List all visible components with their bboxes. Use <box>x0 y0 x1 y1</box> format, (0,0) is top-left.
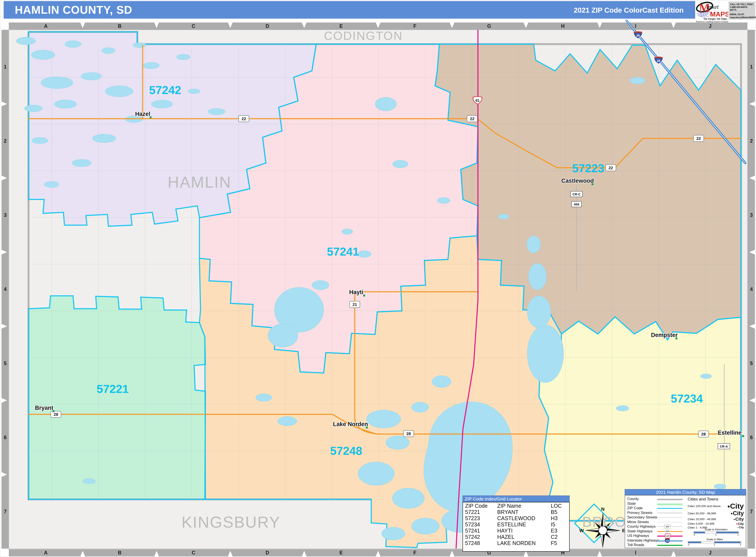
legend-item-sthwy: State Highways123 <box>625 529 685 534</box>
zip-index-title: ZIP Code Index/Grid Locator <box>463 496 570 502</box>
legend-line-sample <box>657 517 682 518</box>
scale-title: Scale in Miles <box>688 538 742 541</box>
legend-item-toll: Toll Roads <box>625 543 685 547</box>
scale-tick: 2 <box>737 533 739 536</box>
ruler-notch <box>671 551 676 556</box>
table-cell: H3 <box>551 515 569 522</box>
legend-item-label: Secondary Streets <box>627 515 657 520</box>
legend-item-minor: Minor Streets <box>625 520 685 524</box>
county-label-CODINGTON: CODINGTON <box>324 29 403 42</box>
county-label-HAMLIN: HAMLIN <box>168 173 231 191</box>
ruler-notch <box>302 23 307 28</box>
scale-cell <box>716 532 738 533</box>
city-dot-icon <box>728 506 730 507</box>
legend-line-sample <box>657 503 682 505</box>
ruler-notch <box>450 551 454 556</box>
zip-index-body: ZIP CodeZIP NameLOC57221BRYANTB557223CAS… <box>463 502 570 552</box>
town-dot-icon <box>742 435 744 437</box>
table-cell: 57234 <box>463 522 497 528</box>
grid-ruler-right: 1234567 <box>748 30 755 549</box>
lake <box>65 41 81 48</box>
table-cell: CASTLEWOOD <box>497 515 551 522</box>
ruler-notch <box>749 472 755 477</box>
table-row: 57242HAZELC2 <box>463 534 569 540</box>
lake <box>392 488 425 508</box>
road-badge-459: 459 <box>572 201 581 207</box>
town-dot-icon <box>363 295 365 296</box>
town-dot-icon <box>53 410 54 412</box>
city-dot-icon <box>734 519 735 520</box>
zip-index-col-ZIP Name: ZIP Name <box>497 503 551 509</box>
grid-ruler-bottom: ABCDEFGHIJ <box>9 549 748 556</box>
lake <box>498 214 509 219</box>
zip-index-header-row: ZIP CodeZIP NameLOC <box>463 503 569 509</box>
grid-label-F: F <box>413 550 416 556</box>
grid-label-2: 2 <box>4 138 7 144</box>
grid-label-E: E <box>340 550 343 556</box>
scale-ticks: 012 <box>694 533 739 536</box>
legend-item-label: County Highways <box>627 524 656 529</box>
svg-text:81: 81 <box>475 98 479 102</box>
contact-box: CALL US TOLL FREE! 1-888-434-MAPS (6277)… <box>729 1 755 20</box>
svg-text:21: 21 <box>352 302 357 307</box>
contact-line4: mapsales@MarketMAPS.com <box>730 16 754 19</box>
lake <box>432 376 451 387</box>
scale-tick: 1 <box>714 543 715 546</box>
legend-item-state: State <box>625 501 685 506</box>
lake <box>24 105 42 112</box>
lake <box>616 406 629 411</box>
grid-label-D: D <box>266 23 269 29</box>
contact-line3: EMAIL US AT: <box>730 13 754 16</box>
lake <box>151 100 173 108</box>
cities-and-towns-title: Cities and Towns <box>688 497 718 501</box>
ruler-notch <box>376 23 380 28</box>
ruler-notch <box>154 551 159 556</box>
town-lake-norden: Lake Norden <box>333 421 368 429</box>
legend-item-label: Interstate Highways <box>627 538 659 543</box>
legend-line-sample <box>657 531 682 532</box>
town-label: Lake Norden <box>333 421 368 428</box>
table-cell: 57248 <box>463 540 497 546</box>
legend-item-ushwy: US Highways123 <box>625 534 685 538</box>
edition-label: 2021 ZIP Code ColorCast Edition <box>536 6 684 14</box>
svg-text:459: 459 <box>574 202 579 206</box>
ruler-notch <box>597 23 602 28</box>
grid-label-3: 3 <box>4 212 7 218</box>
scale-tick: 0 <box>694 533 695 536</box>
lake <box>44 181 59 187</box>
grid-label-E: E <box>340 23 343 29</box>
road-badge-21: 21 <box>350 301 360 307</box>
table-row: 57223CASTLEWOODH3 <box>463 515 569 522</box>
lake <box>92 134 116 143</box>
legend-line-sample <box>657 499 682 500</box>
lake <box>32 137 48 144</box>
table-cell: F5 <box>551 540 569 546</box>
marketmaps-logo-art: M arket MAPS On Target. On Time. America… <box>696 1 728 23</box>
scale-tick: 0 <box>688 543 689 546</box>
scale-cell <box>701 541 714 543</box>
scale-bar <box>694 531 739 533</box>
map-legend: 2021 Hamlin County, SD Map CountyStateZI… <box>625 489 746 548</box>
ruler-notch <box>749 250 755 255</box>
lake <box>16 37 35 45</box>
town-bryant: Bryant <box>35 405 54 412</box>
town-label: Hazel <box>135 111 150 117</box>
ruler-notch <box>749 324 755 329</box>
legend-line-sample <box>657 540 682 541</box>
ruler-notch <box>1 101 7 106</box>
grid-label-1: 1 <box>4 64 7 70</box>
logo-maps: MAPS <box>710 10 728 18</box>
legend-item-secondary: Secondary Streets <box>625 515 685 520</box>
ruler-notch <box>671 23 676 28</box>
ruler-notch <box>80 551 85 556</box>
ruler-notch <box>597 551 602 556</box>
legend-item-inthwy: Interstate Highways123 <box>625 538 685 543</box>
town-castlewood: Castlewood <box>561 178 594 185</box>
town-hayti: Hayti <box>349 289 365 296</box>
lake <box>714 484 726 489</box>
scale-ticks: 012 <box>688 543 742 546</box>
marketmaps-logo: M arket MAPS On Target. On Time. America… <box>696 1 728 23</box>
town-label: Bryant <box>35 405 53 411</box>
grid-label-1: 1 <box>750 64 753 70</box>
legend-item-label: County <box>627 497 639 501</box>
